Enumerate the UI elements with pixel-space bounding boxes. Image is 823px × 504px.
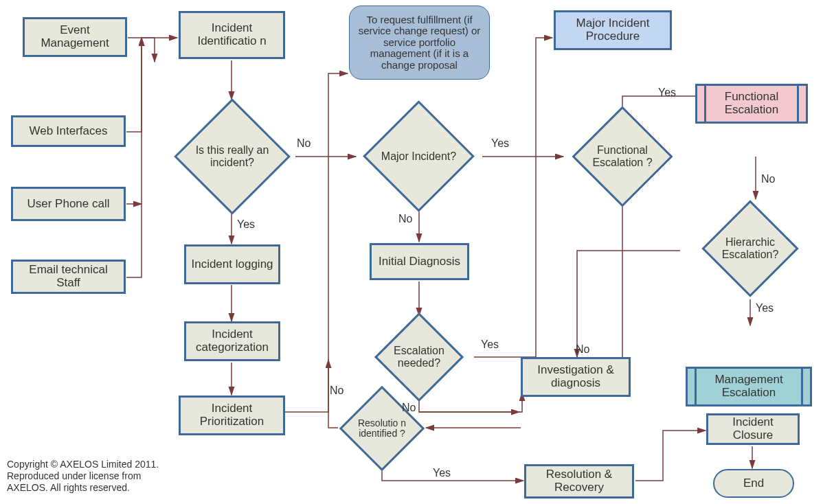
investigation-diagnosis: Investigation & diagnosis bbox=[521, 357, 631, 397]
event-management: Event Management bbox=[23, 17, 127, 57]
hierarchic-escalation-decision: Hierarchic Escalation? bbox=[716, 214, 785, 283]
web-interfaces: Web Interfaces bbox=[11, 115, 126, 147]
resolution-recovery: Resolution & Recovery bbox=[524, 464, 634, 499]
major-incident-procedure: Major Incident Procedure bbox=[554, 10, 672, 50]
is-incident-decision: Is this really an incident? bbox=[191, 115, 273, 198]
label-yes: Yes bbox=[658, 87, 676, 99]
label-yes: Yes bbox=[491, 137, 509, 150]
copyright-text: Copyright © AXELOS Limited 2011. Reprodu… bbox=[7, 459, 172, 493]
incident-logging: Incident logging bbox=[184, 244, 280, 284]
email-technical-staff: Email technical Staff bbox=[11, 260, 126, 294]
functional-escalation: Functional Escalation bbox=[695, 84, 808, 124]
escalation-needed-decision: Escalation needed? bbox=[387, 325, 451, 389]
incident-closure: Incident Closure bbox=[706, 413, 800, 445]
functional-escalation-decision: Functional Escalation ? bbox=[587, 121, 658, 192]
incident-categorization: Incident categorization bbox=[184, 321, 280, 361]
label-no: No bbox=[402, 402, 416, 414]
incident-identification: Incident Identificatio n bbox=[179, 11, 285, 59]
label-no: No bbox=[330, 385, 343, 397]
initial-diagnosis: Initial Diagnosis bbox=[370, 243, 469, 280]
label-yes: Yes bbox=[481, 339, 499, 351]
major-incident-decision: Major Incident? bbox=[379, 117, 458, 196]
label-no: No bbox=[761, 173, 775, 185]
management-escalation: Management Escalation bbox=[686, 367, 812, 406]
label-yes: Yes bbox=[756, 302, 774, 314]
request-fulfillment: To request fulfillment (if service chang… bbox=[349, 5, 490, 80]
end-terminator: End bbox=[713, 469, 794, 498]
label-no: No bbox=[297, 137, 311, 150]
label-no: No bbox=[398, 213, 412, 225]
label-no: No bbox=[576, 343, 589, 356]
incident-prioritization: Incident Prioritization bbox=[179, 396, 285, 435]
label-yes: Yes bbox=[433, 467, 451, 479]
user-phone-call: User Phone call bbox=[11, 187, 126, 221]
label-yes: Yes bbox=[237, 218, 255, 231]
